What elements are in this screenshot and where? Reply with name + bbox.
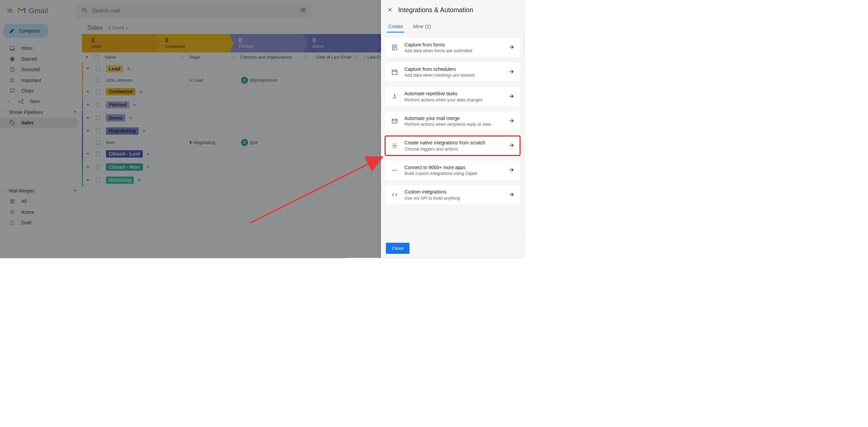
option-title: Create native integrations from scratch xyxy=(405,140,503,145)
integration-option[interactable]: Create native integrations from scratch … xyxy=(384,136,520,156)
arrow-right-icon xyxy=(509,191,515,199)
integration-option[interactable]: Capture from schedulers Add data when me… xyxy=(384,62,520,82)
integrations-panel: Integrations & Automation Create Mine (2… xyxy=(381,0,524,258)
tab-mine[interactable]: Mine (2) xyxy=(413,23,431,33)
option-title: Automate your mail merge xyxy=(405,116,503,121)
svg-point-13 xyxy=(396,170,397,171)
merge-icon xyxy=(391,93,399,101)
option-subtitle: Add data when forms are submitted xyxy=(405,48,503,53)
option-title: Capture from schedulers xyxy=(405,66,503,72)
option-subtitle: Add data when meetings are booked xyxy=(405,73,503,78)
arrow-right-icon xyxy=(509,118,515,125)
integration-option[interactable]: Capture from forms Add data when forms a… xyxy=(384,37,520,58)
calendar-icon xyxy=(391,68,399,76)
integration-option[interactable]: Custom integrations Use our API to build… xyxy=(384,185,520,205)
option-subtitle: Perform actions when recipients reply or… xyxy=(405,122,503,127)
panel-footer: Close xyxy=(381,239,524,258)
tab-create[interactable]: Create xyxy=(388,23,403,33)
panel-header: Integrations & Automation xyxy=(381,0,524,20)
option-title: Custom integrations xyxy=(405,189,503,195)
panel-title: Integrations & Automation xyxy=(398,6,473,14)
option-title: Automate repetitive tasks xyxy=(405,91,503,96)
svg-point-10 xyxy=(394,145,395,147)
integration-option[interactable]: Automate repetitive tasks Perform action… xyxy=(384,86,520,107)
arrow-right-icon xyxy=(509,142,515,149)
option-title: Capture from forms xyxy=(405,42,503,47)
panel-body: Capture from forms Add data when forms a… xyxy=(381,33,524,239)
arrow-right-icon xyxy=(509,68,515,76)
svg-rect-8 xyxy=(392,70,397,75)
code-icon xyxy=(391,191,399,199)
gear-icon xyxy=(391,142,399,150)
option-subtitle: Use our API to build anything xyxy=(405,196,503,200)
close-button[interactable]: Close xyxy=(386,243,410,254)
dots-icon xyxy=(391,166,399,174)
svg-point-11 xyxy=(392,170,393,171)
option-subtitle: Build custom integrations using Zapier xyxy=(405,171,503,176)
mail-icon xyxy=(391,117,399,125)
integration-option[interactable]: Automate your mail merge Perform actions… xyxy=(384,111,520,131)
svg-point-12 xyxy=(394,170,395,171)
form-icon xyxy=(391,43,399,52)
arrow-right-icon xyxy=(509,167,515,174)
integration-option[interactable]: Connect to 9000+ more apps Build custom … xyxy=(384,160,520,180)
option-subtitle: Perform actions when your data changes xyxy=(405,97,503,102)
option-title: Connect to 9000+ more apps xyxy=(405,165,503,170)
arrow-right-icon xyxy=(509,93,515,100)
panel-tabs: Create Mine (2) xyxy=(381,20,524,33)
arrow-right-icon xyxy=(509,44,515,51)
option-subtitle: Choose triggers and actions xyxy=(405,146,503,151)
close-icon[interactable] xyxy=(387,6,393,13)
